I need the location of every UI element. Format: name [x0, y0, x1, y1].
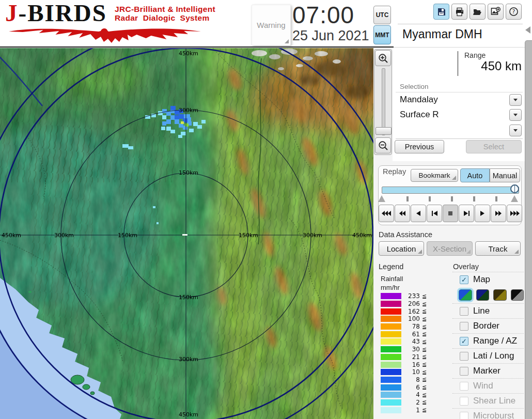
zoom-slider-thumb[interactable] — [375, 127, 392, 135]
option-dropdown-button[interactable] — [509, 125, 522, 136]
top-speed-forward-button[interactable] — [507, 205, 522, 222]
open-folder-button[interactable] — [470, 4, 486, 20]
legend-value: 8 — [401, 376, 420, 383]
checkbox-icon[interactable] — [460, 352, 468, 361]
selection-label: Selection — [400, 83, 429, 90]
legend-suffix: ≦ — [422, 407, 427, 413]
legend-value: 30 — [401, 346, 420, 353]
replay-slider-thumb[interactable] — [510, 184, 519, 193]
zoom-in-button[interactable] — [375, 50, 391, 66]
overlay-item-map[interactable]: ✓Map — [452, 272, 524, 287]
logo-birds: -BIRDS — [19, 0, 107, 26]
manual-mode-button[interactable]: Manual — [490, 168, 520, 182]
warning-button[interactable]: Warning — [252, 5, 291, 45]
legend-value: 16 — [401, 361, 420, 368]
print-icon — [455, 7, 464, 17]
open-folder-icon — [473, 7, 482, 17]
overlay-item-border[interactable]: Border — [452, 318, 524, 333]
eagle-logo-icon — [7, 26, 202, 45]
svg-text:450km: 450km — [2, 232, 21, 239]
fast-rewind-button[interactable] — [379, 205, 394, 222]
checkbox-checked-icon[interactable]: ✓ — [460, 275, 468, 284]
product-dropdown[interactable]: Surface R — [396, 107, 523, 123]
replay-label: Replay — [382, 167, 407, 176]
previous-button[interactable]: Previous — [395, 140, 444, 153]
legend-entry: 206≦ — [381, 300, 443, 308]
overlay-item-range-az[interactable]: ✓Range / AZ — [452, 333, 524, 348]
logo-j: J — [5, 0, 19, 26]
play-button[interactable] — [475, 205, 490, 222]
slider-end-marker — [511, 195, 518, 202]
checkbox-checked-icon[interactable]: ✓ — [460, 337, 468, 346]
legend-suffix: ≦ — [422, 346, 427, 353]
replay-slider-track[interactable] — [382, 187, 519, 194]
utc-toggle-button[interactable]: UTC — [373, 6, 391, 24]
panel-splitter[interactable] — [525, 40, 532, 419]
overlay-item-lati-long[interactable]: Lati / Long — [452, 348, 524, 363]
checkbox-icon — [460, 412, 468, 419]
product-dropdown-button[interactable] — [509, 109, 522, 121]
go-last-button[interactable] — [459, 205, 474, 222]
legend-swatch — [381, 384, 401, 391]
legend-swatch — [381, 308, 401, 315]
slider-tick — [451, 196, 453, 201]
rewind-button[interactable] — [395, 205, 410, 222]
overlay-item-label: Border — [473, 321, 499, 331]
zoom-slider-track[interactable] — [382, 68, 385, 135]
overlay-item-marker[interactable]: Marker — [452, 363, 524, 378]
map-style-swatch-4[interactable] — [511, 289, 524, 301]
bookmark-button[interactable]: Bookmark — [411, 169, 458, 182]
auto-mode-button[interactable]: Auto — [460, 168, 490, 182]
mmt-toggle-button[interactable]: MMT — [373, 25, 391, 44]
map-style-swatch-2[interactable] — [476, 289, 490, 301]
overlay-item-label: Line — [473, 306, 490, 316]
header-divider-light — [394, 47, 525, 48]
site-dropdown-button[interactable] — [509, 94, 522, 106]
print-button[interactable] — [451, 4, 467, 20]
legend-suffix: ≦ — [422, 376, 427, 383]
site-dropdown[interactable]: Mandalay — [396, 92, 523, 108]
radar-map[interactable]: 450km 300km 150km 150km 300km 450km 450k… — [0, 48, 373, 419]
fast-forward-button[interactable] — [491, 205, 506, 222]
go-first-button[interactable] — [427, 205, 442, 222]
product-dropdown-value: Surface R — [400, 110, 439, 120]
panel-collapse-arrow-icon[interactable] — [525, 26, 530, 34]
track-button[interactable]: Track — [475, 241, 521, 256]
legend-entry: 100≦ — [381, 315, 443, 323]
legend-entry: 16≦ — [381, 361, 443, 368]
legend-entry: 1≦ — [381, 406, 443, 414]
x-section-button: X-Section — [427, 241, 473, 256]
add-image-button[interactable] — [488, 4, 504, 20]
legend-entry: 43≦ — [381, 338, 443, 346]
go-last-icon — [463, 210, 470, 216]
legend-entry: 233≦ — [381, 292, 443, 300]
legend-entry: 8≦ — [381, 376, 443, 384]
overlay-options: ✓MapLineBorder✓Range / AZLati / LongMark… — [452, 272, 524, 419]
option-dropdown[interactable] — [396, 123, 523, 139]
help-button[interactable]: ? — [506, 4, 522, 20]
legend-value: 78 — [401, 323, 420, 330]
svg-text:150km: 150km — [118, 232, 137, 239]
svg-text:300km: 300km — [179, 107, 198, 114]
play-icon — [480, 210, 485, 216]
map-style-swatch-1[interactable] — [459, 289, 472, 301]
legend-entry: 21≦ — [381, 353, 443, 361]
svg-text:300km: 300km — [54, 232, 74, 239]
location-button[interactable]: Location — [379, 241, 424, 256]
stop-button[interactable] — [443, 205, 458, 222]
checkbox-icon[interactable] — [460, 367, 468, 376]
play-back-button[interactable] — [411, 205, 426, 222]
checkbox-icon[interactable] — [460, 322, 468, 331]
overlay-item-label: Map — [473, 274, 490, 285]
legend-suffix: ≦ — [422, 353, 427, 360]
zoom-out-button[interactable] — [375, 137, 391, 153]
legend-suffix: ≦ — [422, 301, 427, 307]
fast-rewind-icon — [382, 210, 392, 216]
checkbox-icon — [460, 382, 468, 391]
station-title: Myanmar DMH — [402, 27, 482, 41]
save-button[interactable] — [433, 4, 449, 20]
stop-icon — [447, 210, 453, 216]
checkbox-icon[interactable] — [460, 307, 468, 316]
map-style-swatch-3[interactable] — [493, 289, 507, 301]
overlay-item-line[interactable]: Line — [452, 303, 524, 318]
